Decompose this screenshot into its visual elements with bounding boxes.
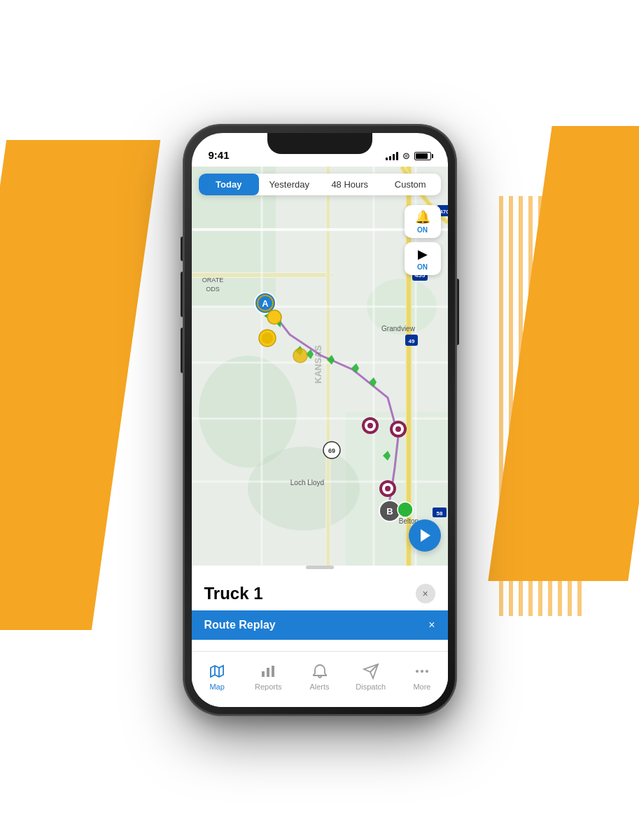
svg-text:ODS: ODS [206, 286, 220, 293]
nav-label-reports: Reports [255, 682, 282, 691]
send-icon [363, 663, 379, 680]
alerts-status: ON [417, 226, 428, 234]
alerts-toggle[interactable]: 🔔 ON [405, 205, 441, 238]
nav-item-more[interactable]: More [396, 663, 447, 691]
tracking-status: ON [417, 263, 428, 271]
wifi-icon: ⊜ [402, 150, 410, 161]
volume-down-button[interactable] [181, 272, 183, 317]
nav-item-reports[interactable]: Reports [243, 663, 294, 691]
status-time: 9:41 [209, 149, 230, 162]
play-button[interactable] [409, 519, 441, 552]
tab-custom[interactable]: Custom [380, 174, 441, 195]
svg-point-32 [367, 423, 373, 428]
bar-chart-icon [260, 663, 276, 680]
nav-item-alerts[interactable]: Alerts [294, 663, 345, 691]
svg-text:Grandview: Grandview [381, 325, 416, 332]
svg-text:69: 69 [328, 447, 335, 454]
svg-point-74 [426, 670, 428, 673]
silent-button[interactable] [181, 328, 183, 373]
bell-nav-icon [311, 663, 328, 680]
svg-text:Loch Lloyd: Loch Lloyd [290, 479, 323, 486]
svg-rect-71 [272, 666, 274, 677]
svg-point-42 [398, 502, 413, 517]
time-filter-tabs: Today Yesterday 48 Hours Custom [199, 174, 441, 195]
power-button[interactable] [456, 279, 459, 345]
route-replay-close-button[interactable]: × [428, 619, 435, 631]
nav-label-dispatch: Dispatch [356, 682, 386, 691]
svg-point-38 [385, 486, 391, 491]
map-icon [209, 663, 225, 680]
vehicle-close-button[interactable]: × [416, 584, 435, 603]
svg-text:58: 58 [436, 510, 442, 517]
drag-handle[interactable] [306, 566, 334, 569]
svg-point-29 [293, 349, 307, 363]
status-icons: ⊜ [386, 150, 431, 162]
svg-point-72 [416, 670, 419, 673]
bg-shape-left [0, 140, 160, 630]
bg-lines-right [499, 196, 583, 616]
nav-label-alerts: Alerts [309, 682, 329, 691]
bell-icon: 🔔 [415, 209, 430, 225]
phone-device: 9:41 ⊜ [183, 125, 456, 715]
svg-rect-70 [267, 668, 269, 677]
svg-text:ORATE: ORATE [202, 276, 223, 284]
nav-label-more: More [413, 682, 430, 691]
vehicle-name: Truck 1 [204, 584, 263, 603]
bottom-sheet: Truck 1 × Route Replay × B Score 78 Top … [192, 574, 448, 707]
nav-label-map: Map [209, 682, 224, 691]
battery-icon [414, 152, 431, 160]
nav-item-dispatch[interactable]: Dispatch [345, 663, 396, 691]
svg-point-5 [248, 447, 360, 531]
route-replay-title: Route Replay [204, 619, 276, 631]
tab-48hours[interactable]: 48 Hours [320, 174, 381, 195]
nav-item-map[interactable]: Map [192, 663, 243, 691]
phone-screen: 9:41 ⊜ [192, 133, 448, 707]
tracking-toggle[interactable]: ▶ ON [405, 242, 441, 275]
volume-up-button[interactable] [181, 237, 183, 261]
svg-text:470: 470 [440, 209, 448, 215]
svg-text:49: 49 [408, 338, 414, 344]
map-area[interactable]: B A 435 49 470 [192, 167, 448, 566]
route-replay-bar: Route Replay × [192, 610, 448, 640]
svg-point-35 [395, 426, 401, 432]
more-icon [414, 663, 430, 680]
svg-rect-69 [262, 671, 265, 677]
svg-text:KANSAS: KANSAS [313, 345, 323, 384]
map-controls: 🔔 ON ▶ ON [405, 205, 441, 275]
tab-yesterday[interactable]: Yesterday [259, 174, 320, 195]
signal-icon [386, 152, 398, 160]
svg-point-23 [262, 332, 273, 344]
bottom-navigation: Map Reports Alert [192, 651, 448, 707]
tab-today[interactable]: Today [199, 174, 260, 195]
svg-point-73 [421, 670, 423, 673]
tracking-icon: ▶ [418, 246, 428, 262]
vehicle-header: Truck 1 × [192, 574, 448, 610]
svg-text:A: A [262, 298, 269, 309]
phone-notch [267, 133, 372, 154]
svg-text:B: B [386, 506, 393, 517]
svg-point-46 [267, 310, 281, 324]
